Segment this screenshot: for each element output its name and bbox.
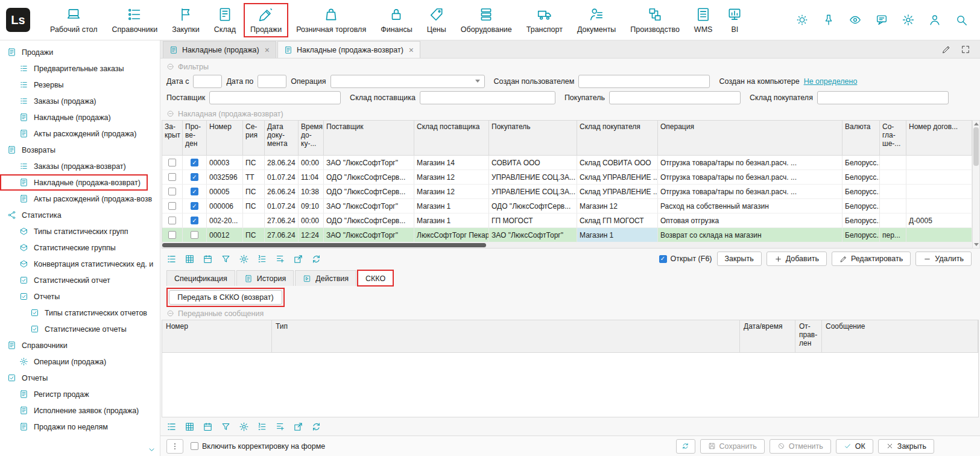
column-header[interactable]: Склад поставщика [414,121,489,156]
supplier-store-input[interactable] [420,91,555,104]
tab-skko[interactable]: СККО [358,270,393,286]
save-button[interactable]: Сохранить [700,439,765,454]
invoice-row[interactable]: 00005 ПС 26.06.24 10:38 ОДО "ЛюксСофтСер… [162,185,972,199]
nav-item[interactable]: Оборудование [454,3,519,37]
column-header[interactable]: Номер [207,121,243,156]
add-button[interactable]: Добавить [767,252,827,266]
invoice-row[interactable]: 002-20... 27.06.24 00:00 ОДО "ЛюксСофтСе… [162,214,972,228]
refresh-button[interactable] [676,439,695,454]
collapse-icon[interactable] [166,309,174,317]
sidebar-item[interactable]: Типы статистических отчетов [0,305,160,321]
toolbar-icon-button[interactable] [293,254,303,264]
top-icon-button[interactable] [875,13,888,27]
toolbar-icon-button[interactable] [311,254,321,264]
column-header[interactable]: За- крыт [162,121,183,156]
column-header[interactable]: Тип [272,320,740,353]
column-header[interactable]: От- прав- лен [795,320,822,353]
top-icon-button[interactable] [902,13,915,27]
sidebar-item[interactable]: Справочники [0,337,160,353]
sidebar-item[interactable]: Исполнение заявок (продажа) [0,402,160,419]
top-icon-button[interactable] [822,13,835,27]
sidebar-item[interactable]: Типы статистических групп [0,223,160,239]
column-header[interactable]: Валюта [842,121,880,156]
nav-item[interactable]: Рабочий стол [43,3,104,37]
invoice-row[interactable]: 0032596 ТТ 01.07.24 11:04 ОДО "ЛюксСофтС… [162,170,972,185]
sidebar-item[interactable]: Статистика [0,207,160,223]
sidebar-item[interactable]: Статистические отчеты [0,321,160,337]
toolbar-icon-button[interactable] [293,422,303,432]
toolbar-icon-button[interactable] [311,422,321,432]
nav-item[interactable]: Финансы [374,3,419,37]
scroll-down-arrow[interactable] [974,243,979,246]
sidebar-item[interactable]: Предварительные заказы [0,60,160,77]
column-header[interactable]: Номер догов... [906,121,972,156]
column-header[interactable]: Номер [162,320,272,353]
toolbar-icon-button[interactable] [275,422,285,432]
buyer-input[interactable] [609,91,741,104]
tab-close-icon[interactable]: × [409,46,414,54]
tab-history[interactable]: История [236,270,294,286]
edit-button[interactable]: Редактировать [832,252,911,266]
supplier-input[interactable] [209,91,341,104]
date-from-input[interactable] [193,75,222,88]
sidebar-item[interactable]: Возвраты [0,142,160,158]
tab-specification[interactable]: Спецификация [166,270,235,286]
tab-actions[interactable]: Действия [295,270,356,286]
top-icon-button[interactable] [795,13,809,27]
sidebar-item[interactable]: Регистр продаж [0,386,160,402]
adjustment-toggle[interactable]: Включить корректировку на форме [191,442,325,451]
toolbar-icon-button[interactable] [257,422,267,432]
closed-checkbox[interactable] [168,159,176,166]
closed-checkbox[interactable] [168,188,176,195]
transfer-to-skko-button[interactable]: Передать в СККО (возврат) [169,290,282,305]
toolbar-icon-button[interactable] [275,254,285,264]
created-by-input[interactable] [578,75,710,88]
closed-checkbox[interactable] [168,202,176,210]
invoice-row[interactable]: 000006 ПС 01.07.24 09:10 ЗАО "ЛюксСофтТо… [162,199,972,214]
tab-invoices-sale[interactable]: Накладные (продажа) × [163,41,276,58]
conducted-checkbox[interactable] [191,202,198,210]
column-header[interactable]: Се- рия [243,121,265,156]
top-icon-button[interactable] [849,13,862,27]
sidebar-item[interactable]: Продажи по неделям [0,419,160,435]
sidebar-item[interactable]: Отчеты [0,288,160,305]
toolbar-icon-button[interactable] [166,254,177,264]
toolbar-icon-button[interactable] [203,422,213,432]
nav-item[interactable]: Продажи [244,3,288,37]
invoice-row[interactable]: 00003 ПС 28.06.24 00:00 ЗАО "ЛюксСофтТор… [162,156,972,170]
conducted-checkbox[interactable] [191,159,198,166]
column-header[interactable]: Со- гла- ше-... [880,121,906,156]
toolbar-icon-button[interactable] [185,422,195,432]
cancel-button[interactable]: Отменить [770,439,831,454]
vertical-scrollbar-thumb[interactable] [973,127,979,166]
tab-invoices-sale-return[interactable]: Накладные (продажа-возврат) × [277,41,420,58]
more-actions-button[interactable] [166,439,183,454]
scroll-up-arrow[interactable] [974,122,979,125]
operation-select[interactable] [330,75,485,88]
ok-button[interactable]: ОК [836,439,873,454]
horizontal-scrollbar-thumb[interactable] [162,243,486,247]
sidebar-item[interactable]: Акты расхождений (продажа-возв [0,191,160,207]
nav-item[interactable]: Розничная торговля [289,3,373,37]
sidebar-item[interactable]: Статистический отчет [0,272,160,288]
nav-item[interactable]: Документы [571,3,622,37]
column-header[interactable]: Про- ве- ден [183,121,207,156]
sidebar-item[interactable]: Накладные (продажа-возврат) [0,174,148,191]
buyer-store-input[interactable] [817,91,949,104]
toolbar-icon-button[interactable] [221,422,231,432]
close-record-button[interactable]: Закрыть [717,252,762,266]
tab-close-icon[interactable]: × [265,46,270,54]
column-header[interactable]: Дата доку- мента [265,121,299,156]
column-header[interactable]: Склад покупателя [577,121,658,156]
sidebar-item[interactable]: Отчеты [0,370,160,386]
sidebar-item[interactable]: Накладные (продажа) [0,109,160,125]
toolbar-icon-button[interactable] [185,254,195,264]
delete-button[interactable]: Удалить [915,252,972,266]
sidebar-item[interactable]: Резервы [0,77,160,93]
column-header[interactable]: Операция [658,121,842,156]
sidebar-item[interactable]: Акты расхождений (продажа) [0,125,160,142]
date-to-input[interactable] [258,75,286,88]
app-logo[interactable]: Ls [6,8,30,32]
open-checkbox[interactable] [659,255,667,263]
toolbar-icon-button[interactable] [203,254,213,264]
